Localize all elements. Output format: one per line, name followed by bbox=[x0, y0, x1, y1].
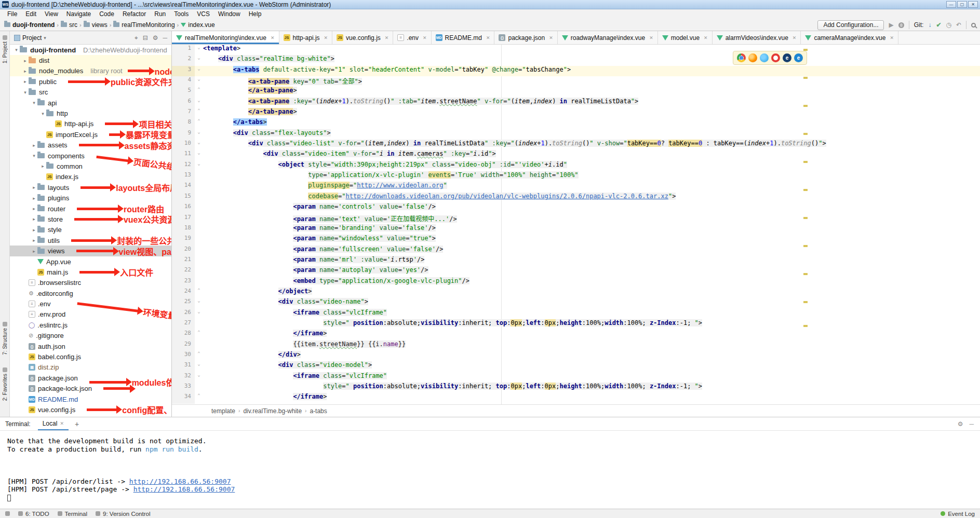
tree-item-README.md[interactable]: MDREADME.md bbox=[10, 394, 171, 404]
menu-item-view[interactable]: View bbox=[41, 10, 62, 18]
locate-file-icon[interactable]: ⌖ bbox=[135, 34, 138, 42]
tree-item-assets[interactable]: ▸assetsassets静态资源文件 bbox=[10, 140, 171, 151]
code-editor[interactable]: 1⌄<template>2⌄ <div class="realTime bg-w… bbox=[172, 45, 980, 404]
code-line-23[interactable]: 23 <embed type="application/x-google-vlc… bbox=[172, 277, 980, 288]
close-icon[interactable]: ✕ bbox=[324, 35, 328, 40]
editor-tab-README.md[interactable]: MDREADME.md✕ bbox=[432, 31, 495, 44]
close-icon[interactable]: ✕ bbox=[549, 35, 553, 40]
code-line-24[interactable]: 24⌃ </object> bbox=[172, 288, 980, 298]
ie-icon[interactable]: e bbox=[783, 53, 791, 62]
editor-tab-alarmVideos-index.vue[interactable]: alarmVideos\index.vue✕ bbox=[713, 31, 801, 44]
tree-item-layouts[interactable]: ▸layoutslayouts全局布局相关 bbox=[10, 182, 171, 193]
menu-item-tools[interactable]: Tools bbox=[170, 10, 193, 18]
code-line-15[interactable]: 15 codebase="http://downloads.videolan.o… bbox=[172, 193, 980, 203]
editor-tab-vue.config.js[interactable]: JSvue.config.js✕ bbox=[332, 31, 393, 44]
chrome-icon[interactable] bbox=[737, 53, 746, 62]
tree-item-babel.config.js[interactable]: JSbabel.config.js bbox=[10, 351, 171, 362]
code-line-21[interactable]: 21 <param name='mrl' :value='i.rtsp'/> bbox=[172, 256, 980, 266]
fold-marker-icon[interactable]: ⌄ bbox=[195, 309, 203, 319]
close-icon[interactable]: ✕ bbox=[271, 35, 275, 40]
breadcrumb-item[interactable]: src bbox=[61, 21, 77, 29]
code-line-11[interactable]: 11⌄ <div class="video-item" v-for="i in … bbox=[172, 150, 980, 160]
breadcrumb-item[interactable]: realTimeMonitoring bbox=[113, 21, 174, 29]
gear-icon[interactable]: ⚙ bbox=[153, 34, 158, 42]
status-item-6-todo[interactable]: 6: TODO bbox=[18, 511, 49, 517]
tool-button-structure[interactable]: 7: Structure bbox=[0, 322, 10, 355]
close-icon[interactable]: ✕ bbox=[890, 35, 894, 40]
tree-chevron-icon[interactable]: ▸ bbox=[31, 143, 37, 148]
breadcrumb-item[interactable]: duoji-frontend bbox=[4, 21, 55, 29]
code-line-29[interactable]: 29 {{item.streetName}} {{i.name}} bbox=[172, 340, 980, 351]
code-line-28[interactable]: 28⌃ </iframe> bbox=[172, 330, 980, 340]
tree-item-.gitignore[interactable]: ⊘.gitignore bbox=[10, 331, 171, 341]
tree-item-store[interactable]: ▸storevuex公共资源 bbox=[10, 214, 171, 224]
tree-chevron-icon[interactable]: ▸ bbox=[22, 79, 29, 84]
code-line-14[interactable]: 14 pluginspage="http://www.videolan.org" bbox=[172, 182, 980, 192]
code-line-25[interactable]: 25⌄ <div class="video-name"> bbox=[172, 298, 980, 308]
tree-item-package.json[interactable]: {}package.jsonmodules依赖描述文件 bbox=[10, 373, 171, 383]
tree-chevron-icon[interactable]: ▸ bbox=[31, 206, 37, 211]
fold-marker-icon[interactable]: ⌄ bbox=[195, 76, 203, 87]
tree-item-vue.config.js[interactable]: JSvue.config.jsconfig配置、代理相关 bbox=[10, 404, 171, 415]
fold-marker-icon[interactable]: ⌄ bbox=[195, 150, 203, 160]
safari-icon[interactable] bbox=[760, 53, 769, 62]
close-button[interactable]: ✕ bbox=[968, 1, 978, 8]
code-line-10[interactable]: 10⌄ <div class="video-list" v-for="(item… bbox=[172, 140, 980, 150]
tool-button-project[interactable]: 1: Project bbox=[0, 35, 10, 63]
fold-marker-icon[interactable]: ⌃ bbox=[195, 393, 203, 403]
tree-item-.eslintrc.js[interactable]: ◯.eslintrc.js bbox=[10, 320, 171, 330]
menu-item-refactor[interactable]: Refactor bbox=[118, 10, 150, 18]
status-item-toolwindows[interactable] bbox=[5, 511, 10, 516]
tree-chevron-icon[interactable]: ▾ bbox=[31, 153, 37, 158]
tree-chevron-icon[interactable]: ▸ bbox=[31, 216, 37, 222]
history-icon[interactable]: ◷ bbox=[946, 21, 951, 29]
code-line-13[interactable]: 13 type='application/x-vlc-plugin' event… bbox=[172, 171, 980, 182]
tree-item-http-api.js[interactable]: JShttp-api.js项目相关api接口 bbox=[10, 119, 171, 129]
tree-item-node_modules[interactable]: ▸node_moduleslibrary rootnode_modules依赖 bbox=[10, 66, 171, 76]
editor-tab-cameraManage-index.vue[interactable]: cameraManage\index.vue✕ bbox=[801, 31, 898, 44]
code-line-9[interactable]: 9⌄ <div class="flex-layouts"> bbox=[172, 129, 980, 140]
tree-item-api[interactable]: ▾api bbox=[10, 98, 171, 108]
fold-marker-icon[interactable]: ⌄ bbox=[195, 161, 203, 171]
code-line-22[interactable]: 22 <param name='autoplay' value='yes'/> bbox=[172, 266, 980, 277]
tree-item-router[interactable]: ▸routerrouter路由 bbox=[10, 203, 171, 214]
tree-item-importExcel.js[interactable]: JSimportExcel.js暴露环境变量地址给图片or视频资源路径重组用 bbox=[10, 129, 171, 140]
code-line-34[interactable]: 34⌃ </iframe> bbox=[172, 393, 980, 403]
menu-item-help[interactable]: Help bbox=[245, 10, 266, 18]
tree-chevron-icon[interactable]: ▸ bbox=[31, 196, 37, 201]
rollback-icon[interactable]: ↶ bbox=[956, 21, 961, 29]
code-line-32[interactable]: 32⌄ <iframe class="vlcIframe" bbox=[172, 372, 980, 383]
fold-marker-icon[interactable]: ⌃ bbox=[195, 118, 203, 129]
code-line-26[interactable]: 26⌄ <iframe class="vlcIframe" bbox=[172, 309, 980, 319]
code-line-17[interactable]: 17 <param name='text' value='正在加载视频中...'… bbox=[172, 214, 980, 224]
fold-marker-icon[interactable]: ⌄ bbox=[195, 140, 203, 150]
fold-marker-icon[interactable]: ⌄ bbox=[195, 298, 203, 308]
terminal-minimize-icon[interactable]: ─ bbox=[969, 420, 974, 428]
tree-chevron-icon[interactable]: ▾ bbox=[13, 47, 20, 52]
status-item-event-log[interactable]: Event Log bbox=[941, 511, 975, 517]
fold-marker-icon[interactable]: ⌃ bbox=[195, 330, 203, 340]
breadcrumb-item[interactable]: index.vue bbox=[181, 21, 214, 29]
menu-item-vcs[interactable]: VCS bbox=[193, 10, 214, 18]
tree-item-plugins[interactable]: ▸plugins bbox=[10, 193, 171, 203]
editor-tab-realTimeMonitoring-index.vue[interactable]: realTimeMonitoring\index.vue✕ bbox=[172, 31, 279, 44]
editor-tab-roadwayManage-index.vue[interactable]: roadwayManage\index.vue✕ bbox=[558, 31, 658, 44]
tree-chevron-icon[interactable]: ▸ bbox=[31, 249, 37, 254]
run-icon[interactable]: ▶ bbox=[889, 21, 893, 29]
fold-marker-icon[interactable]: ⌃ bbox=[195, 351, 203, 361]
tool-button-favorites[interactable]: 2: Favorites bbox=[0, 367, 10, 401]
code-line-30[interactable]: 30⌃ </div> bbox=[172, 351, 980, 361]
tree-item-dist[interactable]: ▸dist bbox=[10, 55, 171, 65]
maximize-button[interactable]: ▢ bbox=[957, 1, 967, 8]
collapse-all-icon[interactable]: ⊟ bbox=[143, 34, 148, 42]
code-line-33[interactable]: 33 style=" position:absolute;visibility:… bbox=[172, 383, 980, 393]
close-icon[interactable]: ✕ bbox=[649, 35, 653, 40]
close-icon[interactable]: ✕ bbox=[385, 35, 389, 40]
editor-breadcrumb-item[interactable]: a-tabs bbox=[310, 407, 327, 415]
code-line-12[interactable]: 12⌄ <object style="width:390px;height:21… bbox=[172, 161, 980, 171]
editor-tab-model.vue[interactable]: model.vue✕ bbox=[658, 31, 713, 44]
tree-item-components[interactable]: ▾components页面公共组件文件 bbox=[10, 151, 171, 161]
tree-chevron-icon[interactable]: ▾ bbox=[39, 111, 46, 116]
tree-chevron-icon[interactable]: ▸ bbox=[31, 227, 37, 233]
close-icon[interactable]: ✕ bbox=[793, 35, 797, 40]
